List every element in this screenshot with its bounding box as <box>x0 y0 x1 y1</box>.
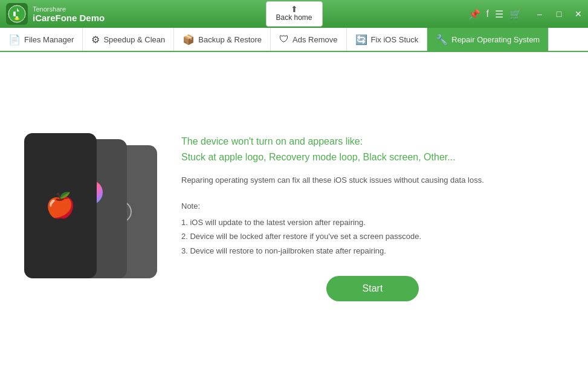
speedup-clean-icon: ⚙ <box>91 34 100 45</box>
start-button[interactable]: Start <box>326 276 419 301</box>
tab-backup-restore-label: Backup & Restore <box>198 35 262 44</box>
info-panel: The device won't turn on and appears lik… <box>181 128 564 307</box>
fix-ios-stuck-icon: 🔄 <box>355 34 367 45</box>
repair-os-icon: 🔧 <box>436 34 448 45</box>
tab-fix-ios-stuck[interactable]: 🔄 Fix iOS Stuck <box>347 28 428 51</box>
back-home-icon: ⬆ <box>291 5 298 13</box>
tab-ads-remove[interactable]: 🛡 Ads Remove <box>271 28 346 51</box>
company-name: Tenorshare <box>33 5 105 13</box>
tab-repair-os-label: Repair Operating System <box>451 35 540 44</box>
main-title-line1: The device won't turn on and appears lik… <box>181 136 363 146</box>
main-title: The device won't turn on and appears lik… <box>181 134 564 165</box>
logo-icon <box>6 3 28 25</box>
tab-files-manager[interactable]: 📄 Files Manager <box>0 28 83 51</box>
app-logo: Tenorshare iCareFone Demo <box>0 3 105 25</box>
device-front: 🍎 <box>24 133 97 278</box>
tab-fix-ios-stuck-label: Fix iOS Stuck <box>371 35 419 44</box>
title-bar: Tenorshare iCareFone Demo ⬆ Back home 📌 … <box>0 0 588 28</box>
note-item-2: 2. Device will be locked after restore i… <box>181 229 564 243</box>
apple-logo-icon: 🍎 <box>45 191 76 220</box>
description-text: Reparing operating system can fix all th… <box>181 174 564 187</box>
tab-speedup-clean[interactable]: ⚙ Speedup & Clean <box>83 28 174 51</box>
cart-icon[interactable]: 🛒 <box>509 8 522 20</box>
main-title-line2: Stuck at apple logo, Recovery mode loop,… <box>181 152 456 162</box>
files-manager-icon: 📄 <box>8 34 21 45</box>
main-content: ? ♪ ⬆ 🍎 The device won't turn on and app… <box>0 52 588 383</box>
menu-icon[interactable]: ☰ <box>495 8 503 20</box>
note-item-3: 3. Device will restore to non-jailbroken… <box>181 244 564 258</box>
note-label: Note: <box>181 201 564 211</box>
device-illustration: ? ♪ ⬆ 🍎 <box>24 133 157 303</box>
note-item-1: 1. iOS will update to the latest version… <box>181 215 564 229</box>
back-home-button[interactable]: ⬆ Back home <box>265 1 322 27</box>
facebook-icon[interactable]: f <box>486 8 489 19</box>
backup-restore-icon: 📦 <box>183 34 195 45</box>
pin-icon[interactable]: 📌 <box>468 8 480 20</box>
maximize-button[interactable]: □ <box>549 0 569 28</box>
window-controls: – □ ✕ <box>530 0 588 28</box>
tab-files-manager-label: Files Manager <box>24 35 74 44</box>
app-title: Tenorshare iCareFone Demo <box>33 5 105 23</box>
minimize-button[interactable]: – <box>530 0 549 28</box>
tab-ads-remove-label: Ads Remove <box>292 35 337 44</box>
back-home-label: Back home <box>276 13 312 22</box>
nav-tabs: 📄 Files Manager ⚙ Speedup & Clean 📦 Back… <box>0 28 588 52</box>
product-name: iCareFone Demo <box>33 13 105 23</box>
tab-backup-restore[interactable]: 📦 Backup & Restore <box>174 28 271 51</box>
close-button[interactable]: ✕ <box>569 0 588 28</box>
svg-point-2 <box>15 18 19 20</box>
header-icons: 📌 f ☰ 🛒 <box>468 0 528 28</box>
tab-speedup-clean-label: Speedup & Clean <box>103 35 165 44</box>
ads-remove-icon: 🛡 <box>279 34 289 45</box>
tab-repair-operating-system[interactable]: 🔧 Repair Operating System <box>427 28 549 51</box>
